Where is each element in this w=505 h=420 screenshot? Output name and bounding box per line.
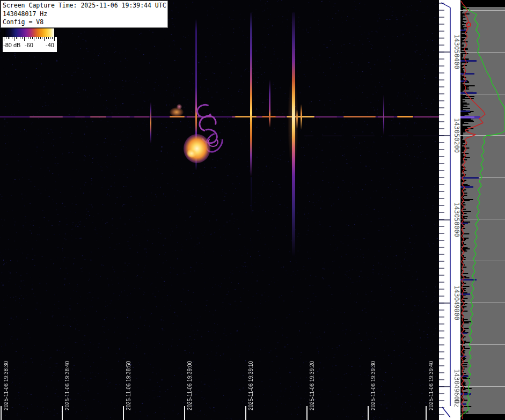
doppler-sub-line-dash [304, 136, 313, 136]
time-tick [368, 406, 369, 420]
carrier-line-segment [316, 116, 337, 117]
carrier-line-segment [134, 116, 149, 117]
time-tick [62, 406, 63, 420]
frequency-label: 143049600 [453, 369, 460, 404]
doppler-sub-line-dash [413, 136, 438, 136]
frequency-label: 143050200 [453, 118, 460, 153]
carrier-line-segment [30, 116, 63, 117]
head-echo-glow [170, 107, 184, 117]
info-box: Screen Capture Time: 2025-11-06 19:39:44… [1, 1, 168, 28]
capture-time-text: Screen Capture Time: 2025-11-06 19:39:44… [3, 2, 166, 10]
time-label: 2025-11-06 19:39:00 [186, 351, 193, 410]
meteor-echo-streak [269, 79, 270, 128]
head-echo-glow [187, 149, 196, 158]
time-tick [123, 406, 124, 420]
amplitude-color-scale: -80 dB -60 -40 [3, 28, 57, 53]
hz-unit-label: Hz [453, 400, 460, 407]
time-label: 2025-11-06 19:39:10 [247, 351, 254, 410]
spectrum-lab-window: 2025-11-06 19:38:302025-11-06 19:38:4020… [0, 0, 505, 420]
doppler-sub-line-dash [352, 136, 375, 136]
time-label: 2025-11-06 19:38:30 [3, 351, 10, 410]
time-label: 2025-11-06 19:39:40 [428, 351, 435, 410]
carrier-line-segment [414, 116, 439, 117]
head-echo-glow [288, 74, 298, 171]
frequency-label: 143049800 [453, 285, 460, 320]
legend-label-minus40: -40 [46, 42, 54, 48]
color-gradient-bar [4, 28, 54, 37]
spectrum-graph-panel[interactable] [460, 0, 505, 420]
carrier-line-segment [343, 116, 376, 117]
frequency-label: 143050000 [453, 202, 460, 237]
doppler-sub-line-dash [322, 136, 342, 136]
meteor-echo-streak [251, 177, 252, 219]
config-text: Config = V8 [3, 18, 166, 27]
head-echo-glow [177, 104, 182, 109]
time-tick [426, 406, 427, 420]
time-label: 2025-11-06 19:38:40 [64, 351, 71, 410]
legend-label-minus80: -80 dB [3, 42, 20, 48]
legend-label-minus60: -60 [25, 42, 33, 48]
carrier-line-segment [235, 116, 257, 117]
carrier-line-segment [378, 116, 394, 117]
head-echo-glow [184, 134, 210, 163]
time-label: 2025-11-06 19:39:30 [370, 351, 377, 410]
doppler-sub-line-dash [389, 136, 408, 136]
frequency-scale[interactable]: 1430504001430502001430500001430498001430… [439, 0, 460, 420]
meteor-echo-streak [383, 94, 384, 135]
time-label: 2025-11-06 19:38:50 [125, 351, 132, 410]
legend-tick-ruler: -80 dB -60 -40 [3, 37, 57, 52]
meteor-echo-streak [150, 102, 151, 144]
time-tick [184, 406, 185, 420]
time-tick [245, 406, 246, 420]
carrier-line-segment [112, 116, 130, 117]
carrier-line-segment [75, 116, 85, 117]
time-tick [306, 406, 308, 420]
carrier-line-segment [90, 116, 106, 117]
carrier-line-segment [397, 116, 413, 117]
frequency-text: 143048017 Hz [3, 10, 166, 19]
time-tick [1, 406, 2, 420]
meteor-echo-streak [301, 104, 302, 130]
meteor-echo-streak [250, 12, 252, 177]
time-label: 2025-11-06 19:39:20 [309, 351, 316, 410]
waterfall-display[interactable]: 2025-11-06 19:38:302025-11-06 19:38:4020… [0, 0, 439, 420]
frequency-label: 143050400 [453, 34, 460, 69]
